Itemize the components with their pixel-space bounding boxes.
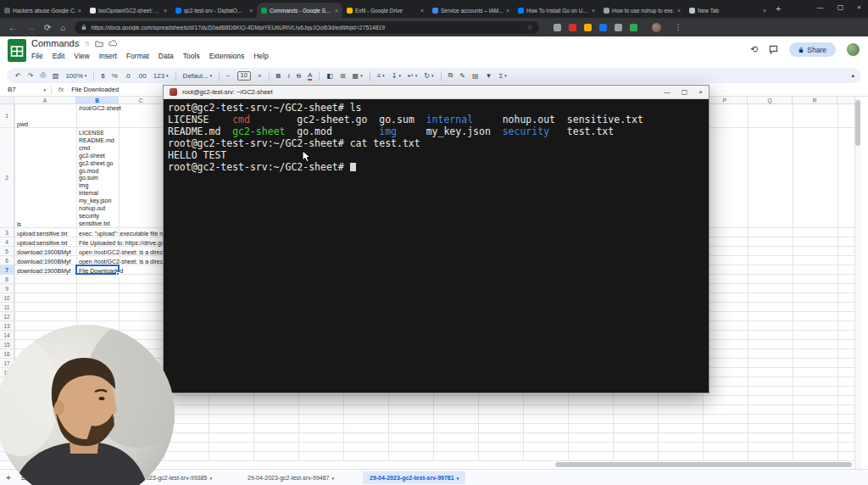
row-header-7[interactable]: 7 [0,265,14,275]
sheet-tab[interactable]: 29-04-2023-gc2-test-srv-99487▾ [241,471,341,484]
tab-close-icon[interactable]: × [506,8,509,14]
sheet-tab-arrow-icon[interactable]: ▾ [210,476,213,481]
terminal-maximize-button[interactable]: ▢ [682,88,688,96]
tab-close-icon[interactable]: × [592,8,595,14]
browser-tab[interactable]: Commands - Google S...× [257,3,342,18]
menu-item-edit[interactable]: Edit [53,52,65,60]
home-icon[interactable]: ⌂ [60,23,65,32]
paint-format-icon[interactable]: ▧ [53,72,59,80]
menu-item-extensions[interactable]: Extensions [209,52,245,60]
vertical-scrollbar-thumb[interactable] [855,100,860,146]
row-header-8[interactable]: 8 [0,275,14,284]
tab-close-icon[interactable]: × [164,8,167,14]
increase-decimal-icon[interactable]: .00 [137,72,147,80]
terminal-close-button[interactable]: × [698,88,703,96]
horizontal-align-icon[interactable]: ≡▾ [377,72,385,80]
cell-B5[interactable]: open /root/GC2-sheet: is a direct [77,247,163,256]
browser-tab[interactable]: New Tab× [685,3,771,18]
insert-comment-icon[interactable]: ✎ [459,72,465,80]
extension-icon[interactable] [569,24,576,31]
row-header-1[interactable]: 1 [0,104,14,128]
filter-icon[interactable]: ▼ [485,72,492,80]
row-header-3[interactable]: 3 [0,228,14,237]
menu-item-insert[interactable]: Insert [99,52,117,60]
horizontal-scrollbar-thumb[interactable] [555,462,852,467]
selection-fill-handle[interactable] [116,272,120,276]
collapse-toolbar-icon[interactable]: ▴ [851,72,854,79]
row-header-5[interactable]: 5 [0,247,14,256]
document-title[interactable]: Commands [31,38,79,48]
cell-A7[interactable]: download:1900BMyf [15,265,75,275]
insert-link-icon[interactable]: ⧉ [448,71,453,80]
row-header-4[interactable]: 4 [0,237,14,247]
borders-icon[interactable]: ⊞ [340,72,346,80]
zoom-select[interactable]: 100%▾ [65,72,86,80]
print-icon[interactable]: ⎙ [40,71,45,80]
browser-tab[interactable]: How To Install Go on U...× [514,3,599,18]
text-wrap-icon[interactable]: ↩▾ [408,72,417,80]
sheet-tab-arrow-icon[interactable]: ▾ [332,476,335,481]
menu-item-view[interactable]: View [74,52,89,60]
functions-icon[interactable]: Σ▾ [498,72,506,80]
row-header-2[interactable]: 2 [0,128,14,228]
vertical-align-icon[interactable]: ↧▾ [392,72,401,80]
reload-icon[interactable]: ⟳ [44,23,51,32]
extension-icon[interactable] [615,24,622,31]
row-header-11[interactable]: 11 [0,303,14,312]
menu-item-file[interactable]: File [31,52,43,60]
column-header-C[interactable]: C [119,97,164,103]
row-header-12[interactable]: 12 [0,312,14,321]
strikethrough-icon[interactable]: S [297,72,301,80]
column-header-R[interactable]: R [793,97,837,103]
tab-close-icon[interactable]: × [249,8,253,14]
cell-B3[interactable]: exec: "upload": executable file n [77,228,163,237]
text-color-icon[interactable]: A [308,71,312,81]
comment-icon[interactable] [769,45,778,54]
share-button[interactable]: Share [789,42,836,57]
cell-B1[interactable]: /root/GC2-sheet [77,104,163,128]
menu-item-format[interactable]: Format [126,52,149,60]
bold-icon[interactable]: B [276,72,281,80]
cell-B2[interactable]: LICENSEREADME.mdcmdgc2-sheetgc2-sheet.go… [77,128,118,228]
url-bar[interactable]: https://docs.google.com/spreadsheets/d/1… [75,21,539,34]
undo-icon[interactable]: ↶ [15,72,21,80]
tab-close-icon[interactable]: × [78,8,81,14]
menu-item-data[interactable]: Data [159,52,174,60]
italic-icon[interactable]: I [287,72,289,80]
account-avatar[interactable] [847,43,860,56]
menu-item-tools[interactable]: Tools [183,52,200,60]
insert-chart-icon[interactable]: ▤ [472,72,479,80]
star-icon[interactable]: ☆ [84,40,90,47]
name-box[interactable]: B7 ▾ [0,86,46,93]
extension-icon[interactable] [584,24,592,31]
column-header-A[interactable]: A [14,97,76,103]
cell-A3[interactable]: upload:sensitive.txt [15,228,75,237]
grid-corner[interactable] [0,97,14,104]
browser-menu-icon[interactable]: ⋮ [674,23,682,31]
window-close-button[interactable]: × [857,3,861,11]
new-tab-button[interactable]: + [776,3,781,14]
browser-tab[interactable]: Service accounts – IAM...× [428,3,514,18]
browser-tab[interactable]: How to use nohup to exe...× [599,3,685,18]
terminal-minimize-button[interactable]: — [664,88,670,96]
vertical-scrollbar[interactable] [854,97,861,469]
text-rotation-icon[interactable]: ↻▾ [424,72,433,80]
extension-icon[interactable] [599,24,607,31]
column-header-B[interactable]: B [76,97,119,103]
menu-item-help[interactable]: Help [253,52,268,60]
terminal-body[interactable]: root@gc2-test-srv:~/GC2-sheet# lsLICENSE… [164,99,709,393]
browser-tab[interactable]: Exfil - Google Drive× [342,3,428,18]
terminal-title-bar[interactable]: root@gc2-test-srv: ~/GC2-sheet — ▢ × [164,86,709,99]
fill-color-icon[interactable]: ◧ [326,72,333,80]
cell-A4[interactable]: upload:sensitive.txt [15,237,75,247]
window-maximize-button[interactable]: ▢ [837,3,844,11]
extension-icon[interactable] [630,24,637,31]
window-minimize-button[interactable]: — [817,3,824,11]
browser-tab[interactable]: Hackers abuse Google C...× [0,3,86,18]
format-currency-icon[interactable]: $ [101,72,104,80]
move-folder-icon[interactable] [95,40,103,47]
browser-tab[interactable]: looCiprian/GC2-sheet: ...× [86,3,171,18]
formula-content[interactable]: File Downloaded [71,86,119,93]
redo-icon[interactable]: ↷ [28,72,34,80]
cell-A6[interactable]: download:1900BMyf [15,256,75,265]
